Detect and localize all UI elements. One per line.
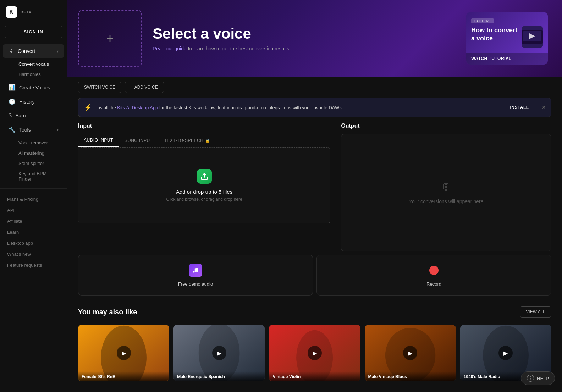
switch-voice-button[interactable]: SWITCH VOICE xyxy=(78,82,121,93)
dollar-icon: $ xyxy=(9,112,12,119)
chevron-down-icon: ▾ xyxy=(57,128,59,132)
record-label: Record xyxy=(426,281,441,287)
hero-subtitle: Read our guide to learn how to get the b… xyxy=(153,46,456,51)
sidebar-item-api[interactable]: API xyxy=(0,205,67,216)
sidebar-item-vocal-remover[interactable]: Vocal remover xyxy=(3,138,64,148)
sidebar-item-key-bpm[interactable]: Key and BPM Finder xyxy=(3,169,64,184)
sidebar-item-tools[interactable]: 🔧 Tools ▾ xyxy=(3,123,64,137)
hero-section: + Select a voice Read our guide to learn… xyxy=(67,0,562,77)
tutorial-card[interactable]: TUTORIAL How to convert a voice WATCH TU… xyxy=(466,12,548,65)
lightning-icon: ⚡ xyxy=(84,104,92,111)
waveform-icon: 📊 xyxy=(9,84,16,91)
play-button[interactable]: ▶ xyxy=(403,346,417,360)
sidebar-item-desktop-app[interactable]: Desktop app xyxy=(0,238,67,249)
drop-zone[interactable]: Add or drop up to 5 files Click and brow… xyxy=(78,147,330,223)
sidebar-item-affiliate[interactable]: Affiliate xyxy=(0,216,67,227)
tutorial-card-row: How to convert a voice xyxy=(471,26,543,48)
desktop-app-link[interactable]: Kits.AI Desktop App xyxy=(117,105,158,110)
chevron-down-icon: ▾ xyxy=(57,49,59,53)
input-title: Input xyxy=(78,123,330,129)
tools-icon: 🔧 xyxy=(9,126,16,133)
drop-title: Add or drop up to 5 files xyxy=(176,189,232,195)
free-demo-card[interactable]: Free demo audio xyxy=(78,255,313,296)
microphone-icon: 🎙 xyxy=(9,48,14,54)
lock-icon: 🔒 xyxy=(205,139,210,143)
input-panel: Input AUDIO INPUT SONG INPUT TEXT-TO-SPE… xyxy=(78,123,330,251)
record-card[interactable]: Record xyxy=(316,255,551,296)
sign-in-button[interactable]: SIGN IN xyxy=(5,26,62,38)
voice-card-label: Male Vintage Blues xyxy=(365,371,456,381)
free-demo-label: Free demo audio xyxy=(178,281,213,287)
sidebar-item-label: Convert xyxy=(18,48,35,54)
sidebar: K BETA SIGN IN 🎙 Convert ▾ Convert vocal… xyxy=(0,0,67,392)
voice-card-female-rnb[interactable]: ▶ Female 90's RnB xyxy=(78,325,169,381)
section-title: You may also like xyxy=(78,308,137,316)
output-placeholder: Your conversions will appear here xyxy=(409,199,484,204)
voice-card-male-spanish[interactable]: ▶ Male Energetic Spanish xyxy=(173,325,265,381)
add-icon: + xyxy=(106,31,114,46)
main-content: + Select a voice Read our guide to learn… xyxy=(67,0,562,392)
sidebar-item-feature-requests[interactable]: Feature requests xyxy=(0,260,67,271)
beta-badge: BETA xyxy=(21,10,31,14)
sidebar-item-label: Earn xyxy=(15,113,26,118)
sidebar-item-harmonies[interactable]: Harmonies xyxy=(3,69,64,79)
view-all-button[interactable]: VIEW ALL xyxy=(520,306,551,318)
clock-icon: 🕐 xyxy=(9,98,16,105)
voice-card-label: Male Energetic Spanish xyxy=(173,371,265,381)
tab-text-to-speech[interactable]: TEXT-TO-SPEECH 🔒 xyxy=(159,134,216,147)
sidebar-item-label: Tools xyxy=(19,127,31,133)
sidebar-item-ai-mastering[interactable]: AI mastering xyxy=(3,148,64,158)
add-voice-button[interactable]: + ADD VOICE xyxy=(125,82,164,93)
logo-icon[interactable]: K xyxy=(6,6,17,18)
play-button[interactable]: ▶ xyxy=(308,346,322,360)
install-button[interactable]: INSTALL xyxy=(505,103,534,112)
voices-grid: ▶ Female 90's RnB ▶ Male Energetic Spani… xyxy=(78,325,551,381)
sidebar-item-plans-pricing[interactable]: Plans & Pricing xyxy=(0,194,67,205)
sidebar-item-stem-splitter[interactable]: Stem splitter xyxy=(3,158,64,169)
music-note-icon xyxy=(189,264,202,277)
sidebar-item-label: Create Voices xyxy=(19,85,50,90)
watch-tutorial-label: WATCH TUTORIAL xyxy=(471,56,512,61)
sidebar-item-learn[interactable]: Learn xyxy=(0,227,67,238)
help-button[interactable]: ? HELP xyxy=(521,371,555,385)
voice-card-vintage-violin[interactable]: ▶ Vintage Violin xyxy=(269,325,360,381)
microphone-icon: 🎙 xyxy=(441,181,452,194)
sidebar-item-create-voices[interactable]: 📊 Create Voices xyxy=(3,81,64,94)
sidebar-header: K BETA xyxy=(0,0,67,24)
input-tabs: AUDIO INPUT SONG INPUT TEXT-TO-SPEECH 🔒 xyxy=(78,134,330,147)
play-button[interactable]: ▶ xyxy=(498,346,513,360)
sidebar-footer-links: Plans & Pricing API Affiliate Learn Desk… xyxy=(0,192,67,272)
voice-card-label: Vintage Violin xyxy=(269,371,360,381)
voice-card-label: Female 90's RnB xyxy=(78,371,169,381)
help-circle-icon: ? xyxy=(527,375,534,382)
play-button[interactable]: ▶ xyxy=(117,346,131,360)
arrow-icon: → xyxy=(539,56,543,61)
tutorial-card-thumb xyxy=(522,26,543,48)
sidebar-item-convert-vocals[interactable]: Convert vocals xyxy=(3,59,64,69)
sidebar-divider xyxy=(0,188,67,189)
convert-sub-nav: Convert vocals Harmonies xyxy=(0,58,67,80)
sidebar-item-earn[interactable]: $ Earn xyxy=(3,109,64,122)
output-area: 🎙 Your conversions will appear here xyxy=(341,134,551,251)
read-guide-link[interactable]: Read our guide xyxy=(153,46,187,51)
tab-song-input[interactable]: SONG INPUT xyxy=(119,134,159,147)
media-cards-row: Free demo audio Record xyxy=(67,255,562,296)
play-button[interactable]: ▶ xyxy=(212,346,226,360)
hero-text: Select a voice Read our guide to learn h… xyxy=(153,25,456,51)
voice-select-box[interactable]: + xyxy=(78,10,142,67)
help-label: HELP xyxy=(537,376,549,381)
tab-audio-input[interactable]: AUDIO INPUT xyxy=(78,134,119,147)
output-panel: Output 🎙 Your conversions will appear he… xyxy=(341,123,551,251)
voice-card-male-blues[interactable]: ▶ Male Vintage Blues xyxy=(365,325,456,381)
sidebar-nav: 🎙 Convert ▾ Convert vocals Harmonies 📊 C… xyxy=(0,44,67,392)
section-header: You may also like VIEW ALL xyxy=(78,306,551,318)
tools-sub-nav: Vocal remover AI mastering Stem splitter… xyxy=(0,137,67,185)
drop-subtitle: Click and browse, or drag and drop here xyxy=(166,197,242,202)
toolbar: SWITCH VOICE + ADD VOICE xyxy=(67,77,562,98)
sidebar-item-convert[interactable]: 🎙 Convert ▾ xyxy=(3,44,64,58)
output-title: Output xyxy=(341,123,551,129)
sidebar-item-history[interactable]: 🕐 History xyxy=(3,95,64,109)
sidebar-item-whats-new[interactable]: What's new xyxy=(0,249,67,260)
watch-tutorial-bar[interactable]: WATCH TUTORIAL → xyxy=(466,53,548,65)
close-icon[interactable]: × xyxy=(542,104,545,111)
